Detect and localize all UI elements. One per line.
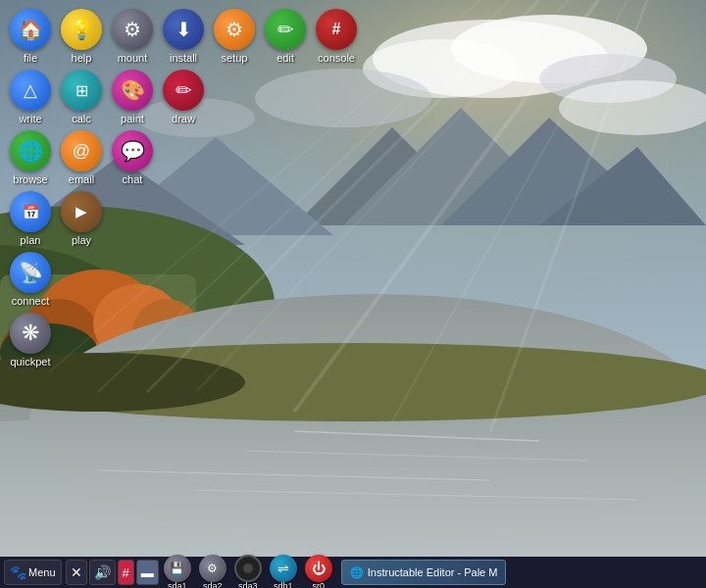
icon-row-3: 🌐 browse @ email 💬 chat [5, 126, 362, 187]
quickpet-label: quickpet [11, 356, 51, 368]
write-icon-item[interactable]: △ write [5, 66, 56, 126]
sda1-drive-item[interactable]: 💾 sda1 [161, 554, 194, 589]
file-icon-item[interactable]: 🏠 file [5, 5, 56, 66]
install-icon-item[interactable]: ⬇ install [158, 5, 209, 66]
calc-icon-item[interactable]: ⊞ calc [56, 66, 107, 126]
console-label: console [318, 52, 355, 64]
write-label: write [19, 113, 41, 124]
mount-icon: ⚙ [112, 9, 153, 50]
paint-icon: 🎨 [112, 70, 153, 111]
browse-icon: 🌐 [10, 130, 51, 172]
taskbar: 🐾 Menu ✕ 🔊 # ▬ 💾 sda1 ⚙ sda2 sda3 ⇌ sdb1… [0, 557, 706, 588]
sdb1-label: sdb1 [274, 582, 293, 589]
plan-icon: 📅 [10, 191, 51, 232]
tray-icon-3[interactable]: # [118, 560, 134, 585]
quickpet-icon-item[interactable]: ❋ quickpet [5, 309, 56, 369]
edit-icon: ✏ [265, 9, 306, 50]
setup-icon-item[interactable]: ⚙ setup [209, 5, 260, 66]
play-icon: ▶ [61, 191, 102, 232]
sda2-label: sda2 [203, 582, 223, 589]
sda1-label: sda1 [168, 582, 187, 589]
sda3-drive-icon [234, 555, 262, 582]
plan-icon-item[interactable]: 📅 plan [5, 187, 56, 248]
window-title: Instructable Editor - Pale M [368, 566, 498, 578]
draw-label: draw [172, 113, 195, 124]
mount-label: mount [118, 52, 148, 64]
sr0-drive-icon: ⏻ [305, 555, 332, 582]
connect-icon-item[interactable]: 📡 connect [5, 248, 56, 309]
help-icon: 💡 [61, 9, 102, 50]
edit-icon-item[interactable]: ✏ edit [260, 5, 311, 66]
sr0-drive-item[interactable]: ⏻ sr0 [302, 554, 335, 589]
browse-icon-item[interactable]: 🌐 browse [5, 126, 56, 187]
sda2-drive-icon: ⚙ [199, 555, 227, 582]
icon-row-6: ❋ quickpet [5, 309, 362, 369]
menu-button[interactable]: 🐾 Menu [4, 560, 62, 585]
paint-icon-item[interactable]: 🎨 paint [107, 66, 158, 126]
sdb1-drive-item[interactable]: ⇌ sdb1 [267, 554, 300, 589]
play-label: play [72, 234, 91, 246]
chat-icon-item[interactable]: 💬 chat [107, 126, 158, 187]
edit-label: edit [277, 52, 294, 64]
install-icon: ⬇ [163, 9, 204, 50]
help-icon-item[interactable]: 💡 help [56, 5, 107, 66]
write-icon: △ [10, 70, 51, 111]
tray-icon-1[interactable]: ✕ [66, 560, 87, 585]
quickpet-icon: ❋ [10, 313, 51, 354]
draw-icon-item[interactable]: ✏ draw [158, 66, 209, 126]
email-icon: @ [61, 130, 102, 172]
draw-icon: ✏ [163, 70, 204, 111]
email-label: email [69, 173, 94, 185]
taskbar-drives: 💾 sda1 ⚙ sda2 sda3 ⇌ sdb1 ⏻ sr0 [161, 554, 335, 589]
setup-icon: ⚙ [214, 9, 255, 50]
chat-label: chat [123, 173, 143, 185]
icon-row-4: 📅 plan ▶ play [5, 187, 362, 248]
tray-icon-4[interactable]: ▬ [136, 560, 159, 585]
sdb1-drive-icon: ⇌ [270, 555, 297, 582]
sr0-label: sr0 [313, 582, 326, 589]
sda2-drive-item[interactable]: ⚙ sda2 [196, 554, 229, 589]
file-icon: 🏠 [10, 9, 51, 50]
install-label: install [170, 52, 197, 64]
paint-label: paint [121, 113, 144, 124]
icon-row-1: 🏠 file 💡 help ⚙ mount ⬇ install ⚙ setup … [5, 5, 362, 66]
tray-icon-2[interactable]: 🔊 [89, 560, 116, 585]
help-label: help [72, 52, 92, 64]
console-icon-item[interactable]: # console [311, 5, 362, 66]
chat-icon: 💬 [112, 130, 153, 172]
email-icon-item[interactable]: @ email [56, 126, 107, 187]
sda3-drive-item[interactable]: sda3 [231, 554, 265, 589]
icon-row-2: △ write ⊞ calc 🎨 paint ✏ draw [5, 66, 362, 126]
console-icon: # [316, 9, 357, 50]
taskbar-right: 🌐 Instructable Editor - Pale M [341, 560, 702, 585]
sda3-label: sda3 [238, 582, 258, 589]
sda1-drive-icon: 💾 [164, 555, 191, 582]
calc-icon: ⊞ [61, 70, 102, 111]
play-icon-item[interactable]: ▶ play [56, 187, 107, 248]
active-window-button[interactable]: 🌐 Instructable Editor - Pale M [341, 560, 507, 585]
connect-icon: 📡 [10, 252, 51, 293]
browse-label: browse [13, 173, 47, 185]
window-icon: 🌐 [350, 566, 364, 579]
calc-label: calc [72, 113, 91, 124]
setup-label: setup [222, 52, 248, 64]
icon-row-5: 📡 connect [5, 248, 362, 309]
plan-label: plan [21, 234, 41, 246]
file-label: file [24, 52, 37, 64]
mount-icon-item[interactable]: ⚙ mount [107, 5, 158, 66]
desktop-icons: 🏠 file 💡 help ⚙ mount ⬇ install ⚙ setup … [5, 5, 362, 370]
menu-label: Menu [28, 566, 56, 578]
connect-label: connect [12, 295, 50, 307]
